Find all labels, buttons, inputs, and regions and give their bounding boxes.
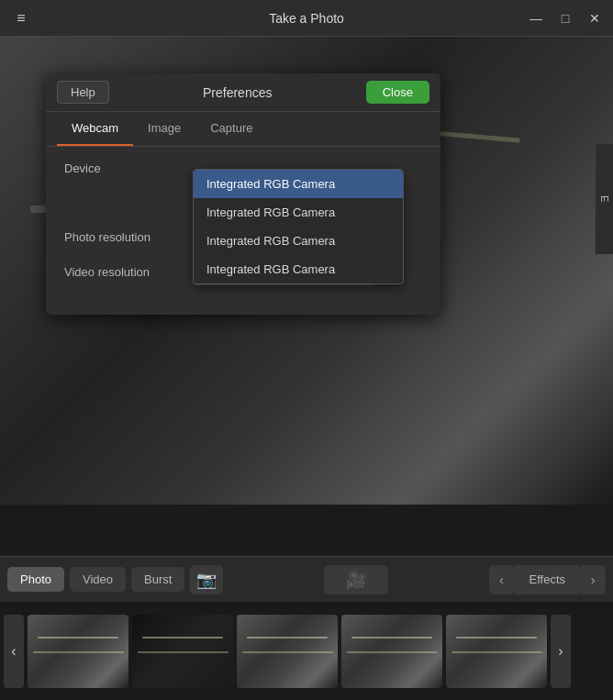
- minimize-button[interactable]: —: [525, 7, 547, 29]
- effects-prev-icon: ‹: [499, 572, 504, 587]
- prefs-content: Device Integrated RGB Camera Integrated …: [46, 147, 440, 315]
- video-record-button[interactable]: 🎥: [324, 565, 388, 594]
- device-row: Device Integrated RGB Camera Integrated …: [64, 161, 422, 175]
- thumbnail-5[interactable]: [446, 615, 547, 688]
- window-controls: — □ ✕: [525, 7, 606, 29]
- prefs-tabs: Webcam Image Capture: [46, 112, 440, 147]
- tab-capture[interactable]: Capture: [195, 112, 267, 146]
- effects-group: ‹ Effects ›: [489, 565, 607, 594]
- titlebar-title: Take a Photo: [269, 11, 344, 26]
- camera-area: Help Preferences Close Webcam Image Capt…: [0, 37, 613, 505]
- thumbnail-4[interactable]: [341, 615, 442, 688]
- thumbnails-next-button[interactable]: ›: [551, 615, 571, 688]
- effects-side-label: E: [595, 144, 613, 254]
- close-window-icon: ✕: [589, 11, 600, 26]
- thumb-prev-icon: ‹: [11, 643, 16, 660]
- thumbnail-1[interactable]: [28, 615, 128, 688]
- thumbnail-image-5: [446, 615, 547, 688]
- titlebar: ≡ Take a Photo — □ ✕: [0, 0, 613, 37]
- device-dropdown-list: Integrated RGB Camera Integrated RGB Cam…: [193, 169, 404, 284]
- menu-icon: ≡: [17, 10, 25, 27]
- prefs-close-button[interactable]: Close: [366, 81, 429, 104]
- effects-button[interactable]: Effects: [515, 565, 581, 594]
- thumbnail-3[interactable]: [237, 615, 338, 688]
- camera-settings-button[interactable]: 📷: [190, 565, 223, 594]
- device-option-1[interactable]: Integrated RGB Camera: [194, 198, 403, 227]
- preferences-dialog: Help Preferences Close Webcam Image Capt…: [46, 73, 440, 315]
- prefs-header: Help Preferences Close: [46, 73, 440, 112]
- video-resolution-label: Video resolution: [64, 265, 193, 279]
- thumb-next-icon: ›: [558, 643, 563, 660]
- burst-tab[interactable]: Burst: [131, 567, 184, 592]
- help-button[interactable]: Help: [57, 81, 109, 104]
- tab-webcam[interactable]: Webcam: [57, 112, 133, 146]
- thumbnails-strip: ‹ ›: [0, 602, 613, 700]
- prefs-title: Preferences: [203, 85, 272, 100]
- photo-resolution-label: Photo resolution: [64, 230, 193, 244]
- thumbnail-image-4: [341, 615, 442, 688]
- device-option-2[interactable]: Integrated RGB Camera: [194, 227, 403, 255]
- device-option-3[interactable]: Integrated RGB Camera: [194, 255, 403, 283]
- device-option-0[interactable]: Integrated RGB Camera: [194, 170, 403, 198]
- effects-next-button[interactable]: ›: [580, 565, 606, 594]
- device-label: Device: [64, 161, 193, 175]
- thumbnail-image-2: [132, 615, 233, 688]
- minimize-icon: —: [529, 11, 542, 26]
- effects-next-icon: ›: [591, 572, 596, 587]
- camera-settings-icon: 📷: [196, 570, 217, 590]
- photo-tab[interactable]: Photo: [7, 567, 64, 592]
- menu-button[interactable]: ≡: [7, 6, 35, 31]
- maximize-icon: □: [562, 11, 569, 26]
- video-tab[interactable]: Video: [70, 567, 126, 592]
- maximize-button[interactable]: □: [554, 7, 576, 29]
- effects-prev-button[interactable]: ‹: [489, 565, 515, 594]
- thumbnail-image-3: [237, 615, 338, 688]
- thumbnail-image-1: [28, 615, 128, 688]
- close-window-button[interactable]: ✕: [584, 7, 606, 29]
- thumbnails-prev-button[interactable]: ‹: [4, 615, 24, 688]
- video-record-icon: 🎥: [346, 570, 366, 590]
- bottom-toolbar: Photo Video Burst 📷 🎥 ‹ Effects ›: [0, 556, 613, 602]
- thumbnail-2[interactable]: [132, 615, 233, 688]
- titlebar-menu-area: ≡: [7, 6, 35, 31]
- tab-image[interactable]: Image: [133, 112, 195, 146]
